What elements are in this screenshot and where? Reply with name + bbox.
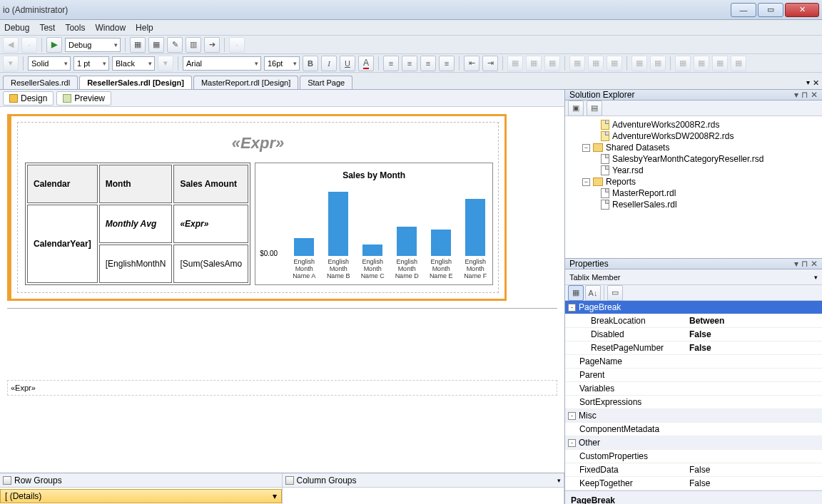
menu-tools[interactable]: Tools (65, 23, 85, 33)
layout-button-12[interactable]: ▦ (731, 56, 746, 71)
property-row[interactable]: - Other (565, 436, 822, 450)
property-value[interactable] (686, 355, 822, 368)
property-row[interactable]: BreakLocationBetween (565, 314, 822, 328)
property-value[interactable] (686, 301, 822, 314)
property-row[interactable]: PageName (565, 355, 822, 369)
outdent-button[interactable]: ⇤ (464, 56, 480, 71)
property-row[interactable]: Variables (565, 382, 822, 396)
solution-tool-1[interactable]: ▣ (568, 101, 584, 116)
alphabetical-button[interactable]: A↓ (585, 285, 601, 301)
menu-debug[interactable]: Debug (4, 23, 29, 33)
collapse-icon[interactable]: − (582, 144, 590, 152)
tree-item[interactable]: −Shared Datasets (567, 142, 821, 153)
font-family-dropdown[interactable]: Arial (183, 56, 261, 71)
pin-icon[interactable]: ⊓ (801, 259, 808, 269)
italic-button[interactable]: I (321, 56, 337, 71)
tree-item[interactable]: −Reports (567, 176, 821, 187)
tablix-header-salesamount[interactable]: Sales Amount (173, 165, 248, 203)
collapse-icon[interactable]: - (568, 412, 576, 420)
layout-button-9[interactable]: ▦ (675, 56, 691, 71)
font-color-button[interactable]: A (358, 56, 374, 71)
chart[interactable]: Sales by Month $0.00 English Month Name … (255, 163, 493, 285)
menu-window[interactable]: Window (95, 23, 126, 33)
property-value[interactable]: False (686, 328, 822, 341)
tab-close-icon[interactable]: ✕ (813, 78, 819, 88)
tool-button-2[interactable]: ▦ (148, 37, 164, 53)
tool-button-6[interactable]: · (229, 37, 245, 53)
tablix-header-calendar[interactable]: Calendar (27, 165, 98, 203)
indent-button[interactable]: ⇥ (482, 56, 498, 71)
tab-resellersales-design[interactable]: ResellerSales.rdl [Design] (79, 76, 192, 89)
property-value[interactable] (686, 382, 822, 395)
tablix-cell-calendaryear[interactable]: CalendarYear] (27, 205, 98, 283)
design-view-tab[interactable]: Design (3, 91, 54, 106)
properties-object-selector[interactable]: Tablix Member (565, 269, 822, 285)
tool-button-1[interactable]: ▦ (130, 37, 146, 53)
property-row[interactable]: FixedDataFalse (565, 463, 822, 477)
property-value[interactable] (686, 450, 822, 463)
window-close-button[interactable]: ✕ (785, 3, 819, 17)
tab-resellersales[interactable]: ResellerSales.rdl (3, 76, 78, 89)
property-value[interactable] (686, 369, 822, 381)
tab-start-page[interactable]: Start Page (300, 76, 352, 89)
property-value[interactable] (686, 409, 822, 422)
line-style-dropdown[interactable]: Solid (28, 56, 71, 71)
collapse-icon[interactable]: − (582, 178, 590, 186)
fill-color-button[interactable]: ▾ (3, 56, 19, 71)
align-justify-button[interactable]: ≡ (439, 56, 455, 71)
report-title-expr[interactable]: «Expr» (25, 130, 491, 163)
layout-button-5[interactable]: ▦ (588, 56, 604, 71)
property-value[interactable] (686, 423, 822, 436)
align-right-button[interactable]: ≡ (420, 56, 436, 71)
property-value[interactable]: False (686, 477, 822, 490)
layout-button-11[interactable]: ▦ (712, 56, 728, 71)
chevron-down-icon[interactable]: ▾ (557, 477, 561, 484)
preview-view-tab[interactable]: Preview (56, 91, 111, 106)
tablix-header-month[interactable]: Month (99, 165, 173, 203)
report-footer[interactable]: «Expr» (7, 308, 557, 408)
align-center-button[interactable]: ≡ (402, 56, 417, 71)
tablix-cell-englishmonth[interactable]: [EnglishMonthN (99, 245, 173, 283)
line-color-dropdown[interactable]: Black (112, 56, 155, 71)
window-maximize-button[interactable]: ▭ (758, 3, 783, 17)
tree-item[interactable]: Year.rsd (567, 165, 821, 176)
collapse-icon[interactable]: - (568, 304, 576, 312)
tab-masterreport-design[interactable]: MasterReport.rdl [Design] (193, 76, 298, 89)
property-value[interactable] (686, 436, 822, 449)
layout-button-1[interactable]: ▦ (507, 56, 523, 71)
property-value[interactable]: False (686, 463, 822, 476)
tree-item[interactable]: MasterReport.rdl (567, 187, 821, 199)
tablix[interactable]: Calendar Month Sales Amount CalendarYear… (25, 163, 250, 285)
layout-button-6[interactable]: ▦ (607, 56, 622, 71)
tool-button-3[interactable]: ✎ (167, 37, 183, 53)
property-row[interactable]: Parent (565, 369, 822, 382)
layout-button-2[interactable]: ▦ (526, 56, 542, 71)
solution-config-dropdown[interactable]: Debug (65, 38, 121, 52)
footer-expr[interactable]: «Expr» (7, 380, 557, 396)
underline-button[interactable]: U (340, 56, 355, 71)
property-row[interactable]: ResetPageNumberFalse (565, 341, 822, 355)
collapse-icon[interactable]: - (568, 439, 576, 447)
layout-button-4[interactable]: ▦ (569, 56, 585, 71)
property-row[interactable]: - PageBreak (565, 301, 822, 314)
row-group-details[interactable]: [ (Details) ▾ (0, 489, 282, 503)
tool-button-4[interactable]: ▥ (186, 37, 201, 53)
tablix-cell-expr[interactable]: «Expr» (173, 205, 248, 243)
line-width-dropdown[interactable]: 1 pt (73, 56, 109, 71)
property-row[interactable]: SortExpressions (565, 396, 822, 409)
dropdown-icon[interactable]: ▾ (794, 90, 798, 100)
tree-item[interactable]: ResellerSales.rdl (567, 199, 821, 210)
window-minimize-button[interactable]: — (731, 3, 756, 17)
layout-button-3[interactable]: ▦ (544, 56, 560, 71)
solution-tool-2[interactable]: ▤ (587, 101, 602, 116)
tree-item[interactable]: AdventureWorksDW2008R2.rds (567, 130, 821, 142)
property-row[interactable]: - Misc (565, 409, 822, 423)
pin-icon[interactable]: ⊓ (801, 90, 808, 100)
tab-dropdown-icon[interactable]: ▾ (806, 78, 810, 88)
categorized-button[interactable]: ▦ (568, 285, 584, 301)
property-value[interactable]: Between (686, 314, 822, 327)
properties-grid[interactable]: - PageBreakBreakLocationBetweenDisabledF… (565, 301, 822, 490)
tablix-cell-sumsales[interactable]: [Sum(SalesAmo (173, 245, 248, 283)
tablix-cell-monthlyavg[interactable]: Monthly Avg (99, 205, 173, 243)
report-body[interactable]: «Expr» Calendar Month Sales Amount Calen… (7, 114, 507, 301)
